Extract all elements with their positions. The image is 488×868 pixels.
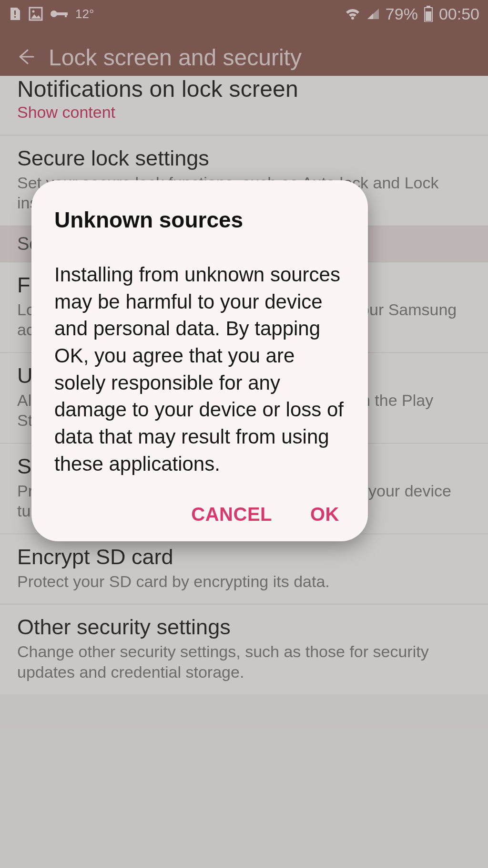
svg-rect-0 <box>14 10 16 15</box>
vpn-key-icon <box>50 9 69 19</box>
dialog-actions: CANCEL OK <box>54 504 345 525</box>
wifi-icon <box>345 7 361 21</box>
svg-point-4 <box>51 10 57 17</box>
status-bar: 12° 79% 00:50 <box>0 0 488 28</box>
dialog-body-text: Installing from unknown sources may be h… <box>54 261 345 478</box>
item-subtitle: Change other security settings, such as … <box>17 641 471 682</box>
ok-button[interactable]: OK <box>310 504 339 525</box>
item-title: Notifications on lock screen <box>17 76 471 102</box>
settings-item-notifications-lockscreen[interactable]: Notifications on lock screen Show conten… <box>0 76 488 135</box>
image-icon <box>29 7 43 21</box>
dialog-title: Unknown sources <box>54 207 345 233</box>
status-temperature: 12° <box>75 7 94 21</box>
sd-alert-icon <box>9 7 22 21</box>
settings-item-other-security[interactable]: Other security settings Change other sec… <box>0 604 488 694</box>
svg-rect-10 <box>426 11 431 21</box>
signal-icon <box>366 8 380 20</box>
status-right: 79% 00:50 <box>345 5 479 23</box>
svg-rect-1 <box>14 16 16 18</box>
settings-item-encrypt-sd[interactable]: Encrypt SD card Protect your SD card by … <box>0 534 488 605</box>
item-title: Other security settings <box>17 615 471 640</box>
cancel-button[interactable]: CANCEL <box>191 504 272 525</box>
item-subtitle: Show content <box>17 102 471 123</box>
page-title: Lock screen and security <box>49 44 302 71</box>
item-title: Secure lock settings <box>17 146 471 171</box>
svg-point-3 <box>32 10 35 13</box>
back-arrow-icon[interactable] <box>14 46 35 69</box>
battery-icon <box>424 6 433 22</box>
status-clock: 00:50 <box>439 5 479 23</box>
svg-rect-6 <box>65 12 67 17</box>
dialog-unknown-sources: Unknown sources Installing from unknown … <box>31 180 368 541</box>
item-subtitle: Protect your SD card by encrypting its d… <box>17 571 471 592</box>
status-battery-percent: 79% <box>386 5 418 23</box>
status-left: 12° <box>9 7 94 21</box>
svg-point-7 <box>351 17 354 20</box>
item-title: Encrypt SD card <box>17 545 471 569</box>
